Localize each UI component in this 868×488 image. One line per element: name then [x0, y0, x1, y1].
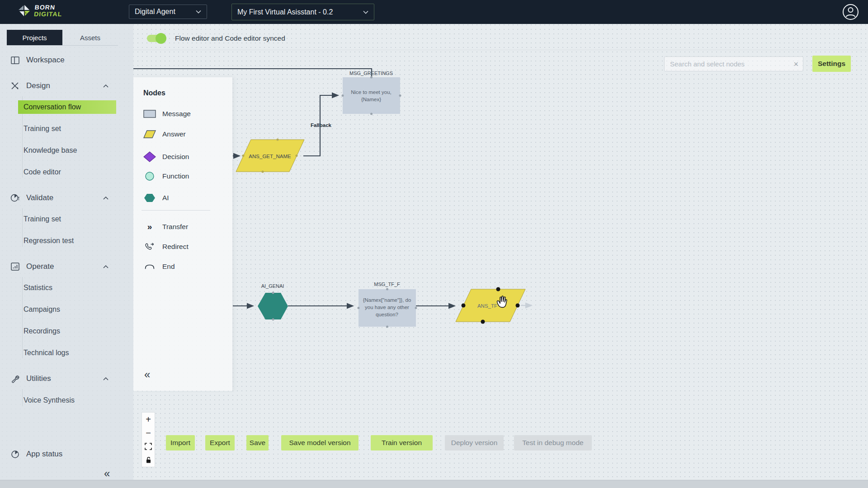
assistant-select[interactable]: My First Virtual Asisstant - 0.2 [231, 4, 374, 20]
tab-underline [7, 45, 118, 46]
workspace-icon [10, 56, 20, 64]
answer-shape-icon [142, 129, 158, 139]
function-shape-icon [142, 171, 158, 181]
sync-toggle[interactable] [147, 35, 165, 42]
palette-item-redirect[interactable]: Redirect [142, 241, 225, 253]
decision-shape-icon [142, 151, 158, 162]
import-button[interactable]: Import [166, 435, 195, 450]
sidebar-item-utilities[interactable]: Utilities [0, 373, 133, 385]
chevron-up-icon [103, 265, 108, 268]
message-shape-icon [142, 109, 158, 119]
nodes-panel-title: Nodes [143, 89, 165, 97]
deploy-version-button[interactable]: Deploy version [445, 435, 504, 450]
sidebar-collapse-button[interactable]: « [104, 467, 110, 480]
fit-view-button[interactable] [142, 440, 155, 453]
sidebar: Projects Assets Workspace Design Convers… [0, 24, 133, 480]
toggle-knob [156, 33, 166, 44]
utilities-icon [10, 375, 20, 383]
sidebar-item-technical-logs[interactable]: Technical logs [0, 347, 133, 359]
export-button[interactable]: Export [205, 435, 235, 450]
lock-button[interactable] [142, 453, 155, 467]
palette-item-transfer[interactable]: » Transfer [142, 221, 225, 233]
train-version-button[interactable]: Train version [371, 435, 433, 450]
horizontal-scrollbar[interactable] [0, 480, 868, 488]
palette-item-message[interactable]: Message [142, 108, 225, 120]
save-button[interactable]: Save [246, 435, 269, 450]
sidebar-item-regression-test[interactable]: Regression test [0, 235, 133, 247]
sidebar-item-campaigns[interactable]: Campaigns [0, 304, 133, 315]
chevron-up-icon [103, 377, 108, 380]
palette-item-ai[interactable]: AI [142, 192, 225, 204]
assistant-select-value: My First Virtual Asisstant - 0.2 [237, 8, 333, 16]
agent-select-value: Digital Agent [135, 8, 175, 16]
lock-icon [145, 456, 152, 464]
zoom-in-button[interactable]: + [142, 413, 155, 426]
palette-item-decision[interactable]: Decision [142, 151, 225, 163]
redirect-icon [142, 242, 158, 251]
zoom-controls: + − [142, 412, 155, 467]
palette-item-function[interactable]: Function [142, 170, 225, 182]
sidebar-item-operate[interactable]: Operate [0, 261, 133, 272]
zoom-out-button[interactable]: − [142, 426, 155, 440]
settings-button[interactable]: Settings [812, 56, 851, 72]
chevron-up-icon [103, 197, 108, 200]
panel-collapse-button[interactable]: « [144, 368, 150, 381]
sidebar-item-code-editor[interactable]: Code editor [0, 166, 133, 178]
sync-toggle-row: Flow editor and Code editor synced [147, 32, 285, 45]
palette-divider [142, 210, 210, 211]
sidebar-item-statistics[interactable]: Statistics [0, 282, 133, 294]
tab-assets[interactable]: Assets [62, 30, 118, 45]
nodes-panel: Nodes Message Answer Decision Function [133, 77, 233, 391]
tab-projects[interactable]: Projects [7, 30, 62, 45]
content-area: Flow editor and Code editor synced × Set… [133, 24, 868, 480]
sidebar-item-validate-training-set[interactable]: Training set [0, 213, 133, 225]
palette-item-answer[interactable]: Answer [142, 128, 225, 140]
sidebar-item-design[interactable]: Design [0, 80, 133, 92]
save-model-version-button[interactable]: Save model version [281, 435, 359, 450]
node-search: × [664, 56, 803, 71]
fit-view-icon [145, 443, 152, 450]
user-icon [842, 4, 859, 20]
end-icon [142, 263, 158, 270]
test-debug-mode-button[interactable]: Test in debug mode [514, 435, 592, 450]
header-divider [133, 50, 868, 50]
sidebar-item-knowledge-base[interactable]: Knowledge base [0, 145, 133, 156]
transfer-icon: » [142, 222, 158, 232]
chevron-up-icon [103, 84, 108, 88]
sidebar-item-validate[interactable]: Validate [0, 192, 133, 204]
borndigital-logo[interactable]: BORN DIGITAL [17, 4, 62, 18]
ai-shape-icon [142, 193, 158, 203]
node-search-input[interactable] [665, 60, 793, 68]
design-icon [10, 82, 20, 90]
topbar: BORN DIGITAL Digital Agent My First Virt… [0, 0, 868, 24]
sidebar-item-training-set[interactable]: Training set [0, 123, 133, 135]
chevron-down-icon [196, 10, 201, 14]
clear-search-icon[interactable]: × [793, 60, 798, 68]
sidebar-item-conversation-flow[interactable]: Conversation flow [18, 100, 116, 114]
operate-icon [10, 263, 20, 271]
sync-toggle-label: Flow editor and Code editor synced [175, 34, 285, 42]
sidebar-item-app-status[interactable]: App status [0, 448, 133, 460]
app-status-icon [10, 450, 20, 459]
palette-item-end[interactable]: End [142, 261, 225, 272]
logo-text: BORN DIGITAL [33, 4, 63, 18]
user-avatar[interactable] [842, 4, 859, 20]
validate-icon [10, 193, 20, 202]
sidebar-item-workspace[interactable]: Workspace [0, 54, 133, 66]
chevron-down-icon [363, 10, 368, 14]
sidebar-item-voice-synthesis[interactable]: Voice Synthesis [0, 394, 133, 406]
agent-select[interactable]: Digital Agent [129, 5, 207, 19]
sidebar-item-recordings[interactable]: Recordings [0, 325, 133, 337]
logo-pinwheel-icon [17, 4, 32, 18]
